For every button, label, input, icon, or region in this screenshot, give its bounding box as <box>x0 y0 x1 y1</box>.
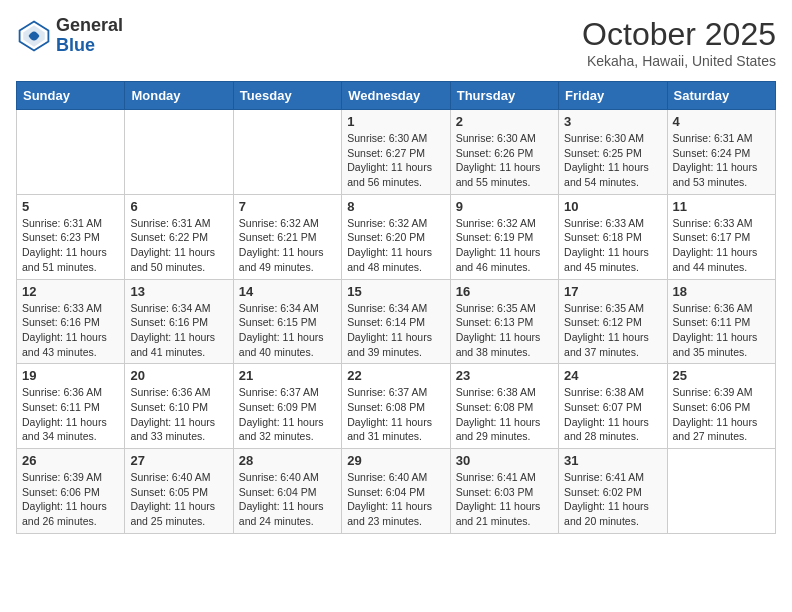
calendar-day: 11Sunrise: 6:33 AM Sunset: 6:17 PM Dayli… <box>667 194 775 279</box>
calendar-day: 10Sunrise: 6:33 AM Sunset: 6:18 PM Dayli… <box>559 194 667 279</box>
day-info: Sunrise: 6:33 AM Sunset: 6:18 PM Dayligh… <box>564 216 661 275</box>
day-info: Sunrise: 6:37 AM Sunset: 6:08 PM Dayligh… <box>347 385 444 444</box>
calendar-day: 18Sunrise: 6:36 AM Sunset: 6:11 PM Dayli… <box>667 279 775 364</box>
calendar-day: 22Sunrise: 6:37 AM Sunset: 6:08 PM Dayli… <box>342 364 450 449</box>
day-number: 22 <box>347 368 444 383</box>
day-info: Sunrise: 6:35 AM Sunset: 6:12 PM Dayligh… <box>564 301 661 360</box>
calendar-day: 17Sunrise: 6:35 AM Sunset: 6:12 PM Dayli… <box>559 279 667 364</box>
calendar-day: 4Sunrise: 6:31 AM Sunset: 6:24 PM Daylig… <box>667 110 775 195</box>
weekday-header-monday: Monday <box>125 82 233 110</box>
calendar-day: 2Sunrise: 6:30 AM Sunset: 6:26 PM Daylig… <box>450 110 558 195</box>
day-number: 23 <box>456 368 553 383</box>
day-number: 29 <box>347 453 444 468</box>
day-number: 21 <box>239 368 336 383</box>
day-info: Sunrise: 6:30 AM Sunset: 6:27 PM Dayligh… <box>347 131 444 190</box>
day-number: 11 <box>673 199 770 214</box>
day-number: 5 <box>22 199 119 214</box>
weekday-header-row: SundayMondayTuesdayWednesdayThursdayFrid… <box>17 82 776 110</box>
weekday-header-sunday: Sunday <box>17 82 125 110</box>
calendar-day: 7Sunrise: 6:32 AM Sunset: 6:21 PM Daylig… <box>233 194 341 279</box>
day-number: 13 <box>130 284 227 299</box>
calendar-day: 19Sunrise: 6:36 AM Sunset: 6:11 PM Dayli… <box>17 364 125 449</box>
calendar-day: 23Sunrise: 6:38 AM Sunset: 6:08 PM Dayli… <box>450 364 558 449</box>
day-info: Sunrise: 6:39 AM Sunset: 6:06 PM Dayligh… <box>22 470 119 529</box>
calendar-day: 31Sunrise: 6:41 AM Sunset: 6:02 PM Dayli… <box>559 449 667 534</box>
day-number: 8 <box>347 199 444 214</box>
calendar-day: 24Sunrise: 6:38 AM Sunset: 6:07 PM Dayli… <box>559 364 667 449</box>
day-info: Sunrise: 6:38 AM Sunset: 6:08 PM Dayligh… <box>456 385 553 444</box>
day-info: Sunrise: 6:31 AM Sunset: 6:24 PM Dayligh… <box>673 131 770 190</box>
day-info: Sunrise: 6:36 AM Sunset: 6:11 PM Dayligh… <box>673 301 770 360</box>
day-number: 17 <box>564 284 661 299</box>
calendar-table: SundayMondayTuesdayWednesdayThursdayFrid… <box>16 81 776 534</box>
calendar-day: 25Sunrise: 6:39 AM Sunset: 6:06 PM Dayli… <box>667 364 775 449</box>
calendar-day: 28Sunrise: 6:40 AM Sunset: 6:04 PM Dayli… <box>233 449 341 534</box>
day-number: 3 <box>564 114 661 129</box>
day-info: Sunrise: 6:33 AM Sunset: 6:17 PM Dayligh… <box>673 216 770 275</box>
day-info: Sunrise: 6:30 AM Sunset: 6:26 PM Dayligh… <box>456 131 553 190</box>
weekday-header-saturday: Saturday <box>667 82 775 110</box>
calendar-day: 29Sunrise: 6:40 AM Sunset: 6:04 PM Dayli… <box>342 449 450 534</box>
calendar-day: 13Sunrise: 6:34 AM Sunset: 6:16 PM Dayli… <box>125 279 233 364</box>
day-number: 10 <box>564 199 661 214</box>
day-info: Sunrise: 6:31 AM Sunset: 6:23 PM Dayligh… <box>22 216 119 275</box>
calendar-day: 30Sunrise: 6:41 AM Sunset: 6:03 PM Dayli… <box>450 449 558 534</box>
day-number: 27 <box>130 453 227 468</box>
day-info: Sunrise: 6:31 AM Sunset: 6:22 PM Dayligh… <box>130 216 227 275</box>
day-number: 31 <box>564 453 661 468</box>
day-info: Sunrise: 6:34 AM Sunset: 6:15 PM Dayligh… <box>239 301 336 360</box>
calendar-day: 9Sunrise: 6:32 AM Sunset: 6:19 PM Daylig… <box>450 194 558 279</box>
day-info: Sunrise: 6:34 AM Sunset: 6:14 PM Dayligh… <box>347 301 444 360</box>
day-number: 18 <box>673 284 770 299</box>
day-number: 28 <box>239 453 336 468</box>
calendar-day <box>667 449 775 534</box>
logo: General Blue <box>16 16 123 56</box>
calendar-day <box>17 110 125 195</box>
day-info: Sunrise: 6:30 AM Sunset: 6:25 PM Dayligh… <box>564 131 661 190</box>
logo-text: General Blue <box>56 16 123 56</box>
calendar-day: 26Sunrise: 6:39 AM Sunset: 6:06 PM Dayli… <box>17 449 125 534</box>
day-info: Sunrise: 6:41 AM Sunset: 6:02 PM Dayligh… <box>564 470 661 529</box>
day-info: Sunrise: 6:41 AM Sunset: 6:03 PM Dayligh… <box>456 470 553 529</box>
calendar-day: 14Sunrise: 6:34 AM Sunset: 6:15 PM Dayli… <box>233 279 341 364</box>
day-number: 30 <box>456 453 553 468</box>
day-number: 15 <box>347 284 444 299</box>
day-number: 2 <box>456 114 553 129</box>
day-info: Sunrise: 6:38 AM Sunset: 6:07 PM Dayligh… <box>564 385 661 444</box>
calendar-day: 5Sunrise: 6:31 AM Sunset: 6:23 PM Daylig… <box>17 194 125 279</box>
day-info: Sunrise: 6:40 AM Sunset: 6:04 PM Dayligh… <box>239 470 336 529</box>
logo-icon <box>16 18 52 54</box>
day-info: Sunrise: 6:33 AM Sunset: 6:16 PM Dayligh… <box>22 301 119 360</box>
day-info: Sunrise: 6:40 AM Sunset: 6:04 PM Dayligh… <box>347 470 444 529</box>
title-block: October 2025 Kekaha, Hawaii, United Stat… <box>582 16 776 69</box>
day-info: Sunrise: 6:32 AM Sunset: 6:21 PM Dayligh… <box>239 216 336 275</box>
day-number: 14 <box>239 284 336 299</box>
day-info: Sunrise: 6:35 AM Sunset: 6:13 PM Dayligh… <box>456 301 553 360</box>
weekday-header-thursday: Thursday <box>450 82 558 110</box>
day-number: 9 <box>456 199 553 214</box>
day-info: Sunrise: 6:40 AM Sunset: 6:05 PM Dayligh… <box>130 470 227 529</box>
day-info: Sunrise: 6:37 AM Sunset: 6:09 PM Dayligh… <box>239 385 336 444</box>
calendar-day <box>233 110 341 195</box>
day-number: 20 <box>130 368 227 383</box>
day-number: 16 <box>456 284 553 299</box>
day-info: Sunrise: 6:32 AM Sunset: 6:19 PM Dayligh… <box>456 216 553 275</box>
calendar-week-4: 19Sunrise: 6:36 AM Sunset: 6:11 PM Dayli… <box>17 364 776 449</box>
calendar-day: 12Sunrise: 6:33 AM Sunset: 6:16 PM Dayli… <box>17 279 125 364</box>
calendar-week-1: 1Sunrise: 6:30 AM Sunset: 6:27 PM Daylig… <box>17 110 776 195</box>
weekday-header-tuesday: Tuesday <box>233 82 341 110</box>
calendar-day: 16Sunrise: 6:35 AM Sunset: 6:13 PM Dayli… <box>450 279 558 364</box>
calendar-day: 20Sunrise: 6:36 AM Sunset: 6:10 PM Dayli… <box>125 364 233 449</box>
day-info: Sunrise: 6:32 AM Sunset: 6:20 PM Dayligh… <box>347 216 444 275</box>
calendar-day: 1Sunrise: 6:30 AM Sunset: 6:27 PM Daylig… <box>342 110 450 195</box>
day-number: 6 <box>130 199 227 214</box>
day-number: 24 <box>564 368 661 383</box>
month-title: October 2025 <box>582 16 776 53</box>
calendar-week-2: 5Sunrise: 6:31 AM Sunset: 6:23 PM Daylig… <box>17 194 776 279</box>
day-number: 7 <box>239 199 336 214</box>
day-info: Sunrise: 6:39 AM Sunset: 6:06 PM Dayligh… <box>673 385 770 444</box>
calendar-day: 27Sunrise: 6:40 AM Sunset: 6:05 PM Dayli… <box>125 449 233 534</box>
day-number: 12 <box>22 284 119 299</box>
day-number: 25 <box>673 368 770 383</box>
calendar-day: 15Sunrise: 6:34 AM Sunset: 6:14 PM Dayli… <box>342 279 450 364</box>
